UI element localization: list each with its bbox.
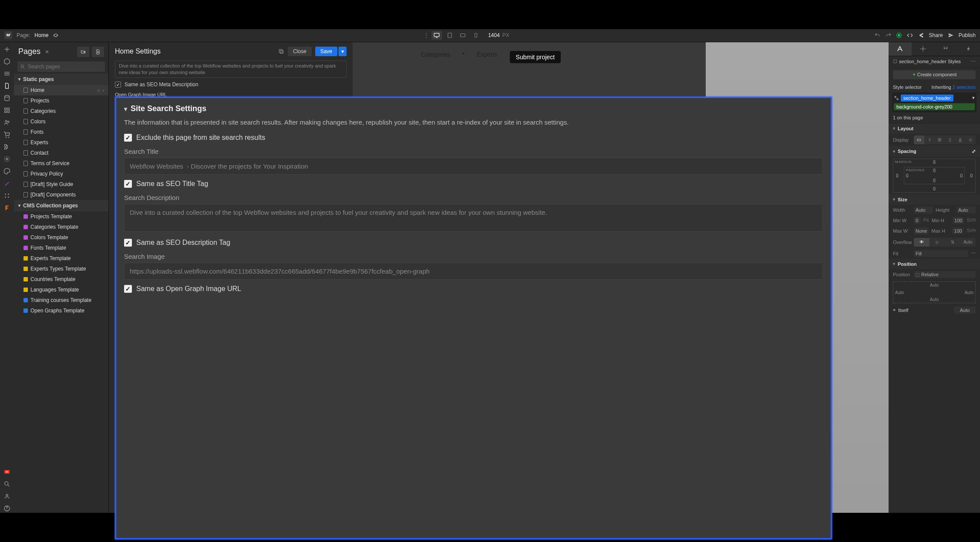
spacing-expand-icon[interactable]: ⤢ (972, 149, 976, 154)
page-item[interactable]: Privacy Policy (14, 169, 108, 179)
minh-input[interactable]: 100 (953, 217, 964, 224)
height-input[interactable]: Auto (956, 207, 976, 213)
display-none-icon[interactable]: ⦸ (965, 136, 976, 144)
nav-help-icon[interactable] (3, 504, 11, 513)
section-position[interactable]: Position (889, 259, 980, 269)
page-item[interactable]: Languages Template (14, 285, 108, 295)
bp-tablet-icon[interactable] (445, 31, 455, 40)
position-input[interactable]: Relative (914, 271, 976, 278)
fit-more-icon[interactable]: ⋯ (971, 251, 976, 256)
nav-submit-button[interactable]: Submit project (510, 51, 561, 63)
position-offsets[interactable]: Auto Auto Auto Auto (893, 281, 976, 303)
nav-ecommerce-icon[interactable] (3, 130, 11, 139)
copy-icon[interactable] (278, 48, 284, 54)
page-item[interactable]: Experts Types Template (14, 264, 108, 274)
element-more-icon[interactable]: ⋯ (971, 59, 976, 64)
page-item[interactable]: Countries Template (14, 274, 108, 285)
page-item[interactable]: Experts Template (14, 253, 108, 264)
same-meta-checkbox[interactable]: ✓ (115, 81, 121, 88)
display-grid-icon[interactable]: ⊞ (934, 136, 945, 144)
new-page-button[interactable] (92, 47, 104, 57)
maxh-input[interactable]: 100 (952, 227, 964, 234)
nav-palette-icon[interactable] (3, 167, 11, 176)
close-panel-icon[interactable]: ✕ (45, 49, 49, 55)
fit-input[interactable]: Fill (914, 250, 968, 257)
nav-team-icon[interactable] (3, 492, 11, 501)
add-element-icon[interactable] (3, 45, 11, 54)
same-image-checkbox[interactable]: ✓ (124, 285, 132, 293)
close-button[interactable]: Close (288, 47, 312, 56)
class-chip-bg[interactable]: background-color-grey200 (894, 103, 975, 110)
page-item[interactable]: Home ⌂› (14, 85, 108, 95)
same-desc-checkbox[interactable]: ✓ (124, 239, 132, 247)
save-dropdown-icon[interactable]: ▾ (338, 47, 347, 56)
spacing-editor[interactable]: MARGIN 0 0 0 0 PADDING 0 0 0 0 (893, 159, 976, 193)
search-title-input[interactable] (124, 158, 823, 175)
canvas-width[interactable]: 1404 (488, 32, 500, 38)
bp-landscape-icon[interactable] (458, 31, 468, 40)
search-image-input[interactable] (124, 263, 823, 280)
redo-icon[interactable] (886, 32, 892, 38)
nav-video-icon[interactable] (3, 467, 11, 476)
nav-experts[interactable]: Experts (477, 51, 497, 63)
bp-options-icon[interactable]: ⋮ (424, 32, 429, 38)
webflow-logo-icon[interactable] (4, 31, 12, 39)
nav-cms-icon[interactable] (3, 94, 11, 102)
pages-search-input[interactable] (28, 64, 102, 70)
bp-desktop-icon[interactable] (431, 31, 442, 40)
maxw-input[interactable]: None (914, 227, 929, 234)
page-item[interactable]: Terms of Service (14, 158, 108, 169)
tab-style-icon[interactable] (889, 42, 912, 56)
nav-settings-icon[interactable] (3, 155, 11, 163)
search-desc-input[interactable] (124, 204, 823, 232)
tab-settings-icon[interactable] (912, 42, 935, 56)
code-icon[interactable] (906, 32, 913, 38)
inheriting-count[interactable]: 2 selectors (953, 85, 976, 90)
same-title-checkbox[interactable]: ✓ (124, 180, 132, 188)
page-item[interactable]: Open Graphs Template (14, 305, 108, 316)
display-block-icon[interactable]: ▭ (914, 136, 924, 144)
share-link[interactable]: Share (929, 32, 943, 38)
display-flex-icon[interactable]: ⫴ (924, 136, 935, 144)
z-index-input[interactable]: Auto (954, 307, 976, 314)
selector-dropdown-icon[interactable]: ▾ (972, 95, 975, 101)
page-item[interactable]: Colors (14, 116, 108, 127)
exclude-checkbox[interactable]: ✓ (124, 134, 132, 142)
site-search-heading[interactable]: Site Search Settings (124, 104, 823, 113)
nav-structure-icon[interactable] (3, 106, 11, 115)
bp-mobile-icon[interactable] (471, 31, 481, 40)
nav-f-icon[interactable] (3, 203, 11, 212)
page-item[interactable]: Categories Template (14, 222, 108, 232)
undo-icon[interactable] (874, 32, 880, 38)
page-item[interactable]: Fonts (14, 127, 108, 137)
tab-interactions-icon[interactable] (934, 42, 957, 56)
nav-categories[interactable]: Categories (421, 51, 450, 63)
overflow-auto-icon[interactable]: Auto (960, 238, 976, 247)
nav-path-icon[interactable] (3, 179, 11, 188)
save-button[interactable]: Save (315, 47, 337, 56)
nav-pages-icon[interactable] (3, 81, 11, 90)
overflow-hidden-icon[interactable]: ⦸ (929, 238, 945, 247)
publish-link[interactable]: Publish (959, 32, 976, 38)
width-input[interactable]: Auto (914, 207, 933, 213)
page-item[interactable]: Training courses Template (14, 295, 108, 305)
nav-search-icon[interactable] (3, 480, 11, 488)
section-size[interactable]: Size (889, 194, 980, 205)
static-pages-header[interactable]: ▾ Static pages (14, 74, 108, 85)
page-item[interactable]: Contact (14, 148, 108, 158)
page-name[interactable]: Home (34, 32, 48, 38)
display-inlineblock-icon[interactable]: ▯ (945, 136, 955, 144)
tab-effects-icon[interactable] (957, 42, 980, 56)
minw-input[interactable]: 0 (914, 217, 921, 224)
nav-users-icon[interactable] (3, 118, 11, 127)
open-icon[interactable]: › (102, 88, 104, 93)
page-item[interactable]: [Draft] Style Guide (14, 179, 108, 190)
page-item[interactable]: Projects Template (14, 211, 108, 222)
page-item[interactable]: Fonts Template (14, 243, 108, 253)
overflow-scroll-icon[interactable]: ⇅ (945, 238, 960, 247)
new-folder-button[interactable] (77, 47, 89, 57)
page-item[interactable]: Experts (14, 137, 108, 148)
nav-apps-icon[interactable] (3, 191, 11, 200)
create-component-button[interactable]: ✦ Create component (893, 70, 976, 79)
nav-logic-icon[interactable] (3, 142, 11, 151)
